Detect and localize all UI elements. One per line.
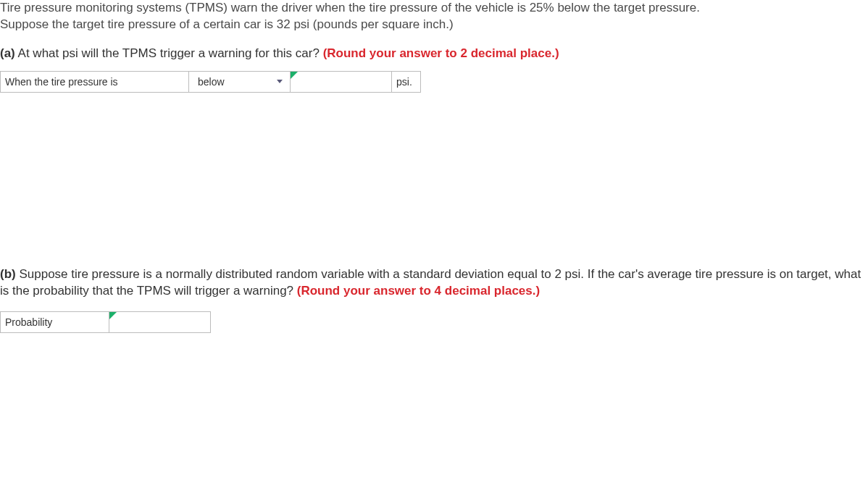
part-a-label: (a) xyxy=(0,46,15,60)
direction-dropdown-cell: below xyxy=(189,71,291,92)
cell-prefix: When the tire pressure is xyxy=(1,71,189,92)
unit-text: psi. xyxy=(396,76,412,88)
chevron-down-icon xyxy=(277,80,283,83)
intro-line-2: Suppose the target tire pressure of a ce… xyxy=(0,17,454,31)
flag-icon xyxy=(291,72,298,79)
dropdown-value: below xyxy=(198,76,225,88)
probability-label-cell: Probability xyxy=(1,311,109,332)
part-a-text: At what psi will the TPMS trigger a warn… xyxy=(15,46,323,60)
problem-intro: Tire pressure monitoring systems (TPMS) … xyxy=(0,0,868,33)
probability-input-cell xyxy=(109,311,211,332)
unit-cell: psi. xyxy=(392,71,421,92)
part-a-question: (a) At what psi will the TPMS trigger a … xyxy=(0,46,868,61)
flag-icon xyxy=(109,312,117,319)
intro-line-1: Tire pressure monitoring systems (TPMS) … xyxy=(0,1,700,14)
part-b-answer-table: Probability xyxy=(0,311,211,333)
part-a-hint: (Round your answer to 2 decimal place.) xyxy=(323,46,559,60)
part-a-answer-table: When the tire pressure is below psi. xyxy=(0,71,421,93)
psi-value-input[interactable] xyxy=(295,74,387,90)
prefix-text: When the tire pressure is xyxy=(5,76,118,88)
direction-dropdown[interactable]: below xyxy=(193,74,285,90)
probability-label: Probability xyxy=(5,316,52,328)
psi-input-cell xyxy=(291,71,392,92)
part-b-label: (b) xyxy=(0,267,16,281)
table-row: Probability xyxy=(1,311,211,332)
part-b-hint: (Round your answer to 4 decimal places.) xyxy=(297,284,540,298)
part-b-question: (b) Suppose tire pressure is a normally … xyxy=(0,266,868,300)
probability-value-input[interactable] xyxy=(114,314,206,330)
table-row: When the tire pressure is below psi. xyxy=(1,71,421,92)
